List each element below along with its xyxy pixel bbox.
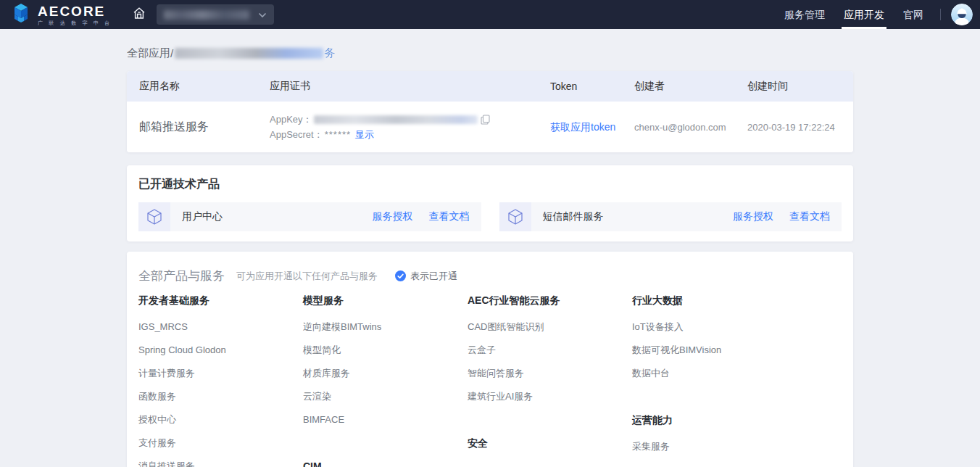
product-category-header: 模型服务 bbox=[303, 289, 468, 312]
appkey-label: AppKey： bbox=[270, 112, 312, 127]
product-item[interactable]: 云渲染 bbox=[303, 385, 468, 408]
appkey-redacted-value bbox=[314, 115, 478, 124]
product-item[interactable]: 逆向建模BIMTwins bbox=[303, 315, 468, 339]
cube-icon bbox=[147, 209, 162, 225]
enabled-product-row-0: 用户中心服务授权查看文档 bbox=[138, 202, 481, 231]
view-docs-link[interactable]: 查看文档 bbox=[429, 210, 470, 223]
brand-logo[interactable]: AECORE 广 联 达 数 字 中 台 bbox=[10, 2, 112, 27]
product-column-0: 开发者基础服务IGS_MRCSSpring Cloud Glodon计量计费服务… bbox=[138, 289, 303, 467]
enabled-product-name: 用户中心 bbox=[182, 210, 223, 223]
workspace-dropdown[interactable] bbox=[157, 4, 274, 25]
product-item[interactable]: 智能问答服务 bbox=[468, 362, 632, 385]
table-header-0: 应用名称 bbox=[139, 80, 270, 93]
all-products-subtitle: 可为应用开通以下任何产品与服务 bbox=[236, 270, 378, 283]
product-section: 运营能力采集服务 bbox=[632, 408, 842, 458]
user-avatar[interactable] bbox=[951, 4, 973, 25]
table-header-1: 应用证书 bbox=[270, 80, 550, 93]
product-item[interactable]: 函数服务 bbox=[138, 385, 303, 408]
product-section: 模型服务逆向建模BIMTwins模型简化材质库服务云渲染BIMFACE bbox=[303, 289, 468, 431]
product-item[interactable]: IoT设备接入 bbox=[632, 315, 842, 339]
app-table-row: 邮箱推送服务 AppKey： AppSecret： ****** 显示 bbox=[127, 102, 853, 152]
product-item[interactable]: 消息推送服务 bbox=[138, 455, 303, 467]
cube-cluster-logo-icon bbox=[10, 2, 32, 27]
get-token-link[interactable]: 获取应用token bbox=[550, 121, 615, 133]
app-cert-cell: AppKey： AppSecret： ****** 显示 bbox=[270, 112, 550, 142]
breadcrumb-separator: / bbox=[170, 47, 173, 59]
product-item[interactable]: 模型简化 bbox=[303, 339, 468, 362]
workspace-redacted-value bbox=[164, 10, 249, 20]
appsecret-label: AppSecret： bbox=[270, 127, 323, 142]
service-auth-link[interactable]: 服务授权 bbox=[733, 210, 773, 223]
engineer-avatar-icon bbox=[951, 4, 973, 25]
nav-item-0[interactable]: 服务管理 bbox=[775, 0, 834, 29]
service-auth-link[interactable]: 服务授权 bbox=[373, 210, 413, 223]
product-section: CIM bbox=[303, 455, 468, 467]
table-header-3: 创建者 bbox=[634, 80, 747, 93]
product-category-header: 开发者基础服务 bbox=[138, 289, 303, 312]
nav-menu: 服务管理应用开发官网 bbox=[775, 0, 933, 29]
breadcrumb-root-link[interactable]: 全部应用 bbox=[127, 46, 170, 60]
product-item[interactable]: 采集服务 bbox=[632, 435, 842, 458]
product-icon-cell bbox=[499, 202, 531, 231]
app-table-card: 应用名称应用证书Token创建者创建时间 邮箱推送服务 AppKey： AppS… bbox=[127, 71, 853, 152]
legend-label: 表示已开通 bbox=[410, 270, 457, 283]
enabled-products-title: 已开通技术产品 bbox=[138, 177, 842, 192]
product-item[interactable]: 授权中心 bbox=[138, 408, 303, 431]
logo-subtitle: 广 联 达 数 字 中 台 bbox=[38, 20, 112, 25]
product-columns: 开发者基础服务IGS_MRCSSpring Cloud Glodon计量计费服务… bbox=[138, 289, 842, 467]
app-name: 邮箱推送服务 bbox=[139, 120, 270, 135]
all-products-title: 全部产品与服务 bbox=[138, 268, 225, 284]
view-docs-link[interactable]: 查看文档 bbox=[789, 210, 830, 223]
product-section: AEC行业智能云服务CAD图纸智能识别云盒子智能问答服务建筑行业AI服务 bbox=[468, 289, 632, 408]
product-section: 安全 bbox=[468, 431, 632, 455]
copy-appkey-button[interactable] bbox=[481, 115, 490, 125]
product-category-header: 安全 bbox=[468, 431, 632, 455]
top-navbar: AECORE 广 联 达 数 字 中 台 服务管理应用开发官网 bbox=[0, 0, 980, 29]
product-column-2: AEC行业智能云服务CAD图纸智能识别云盒子智能问答服务建筑行业AI服务安全 bbox=[468, 289, 632, 467]
product-column-3: 行业大数据IoT设备接入数据可视化BIMVision数据中台运营能力采集服务 bbox=[632, 289, 842, 467]
logo-title: AECORE bbox=[38, 4, 112, 18]
product-item[interactable]: 支付服务 bbox=[138, 431, 303, 455]
table-header-4: 创建时间 bbox=[747, 80, 853, 93]
enabled-products-card: 已开通技术产品 用户中心服务授权查看文档短信邮件服务服务授权查看文档 bbox=[127, 165, 853, 241]
nav-item-1[interactable]: 应用开发 bbox=[834, 0, 894, 29]
product-category-header: CIM bbox=[303, 455, 468, 467]
enabled-product-row-1: 短信邮件服务服务授权查看文档 bbox=[499, 202, 842, 231]
product-item[interactable]: 建筑行业AI服务 bbox=[468, 385, 632, 408]
chevron-down-icon bbox=[258, 8, 267, 21]
copy-icon bbox=[481, 115, 490, 125]
nav-item-2[interactable]: 官网 bbox=[894, 0, 933, 29]
product-category-header: 行业大数据 bbox=[632, 289, 842, 312]
created-time-cell: 2020-03-19 17:22:24 bbox=[747, 122, 853, 133]
product-item[interactable]: IGS_MRCS bbox=[138, 315, 303, 339]
home-icon bbox=[132, 6, 146, 23]
product-item[interactable]: 数据中台 bbox=[632, 362, 842, 385]
appsecret-mask: ****** bbox=[325, 127, 351, 142]
product-section: 行业大数据IoT设备接入数据可视化BIMVision数据中台 bbox=[632, 289, 842, 385]
nav-divider bbox=[940, 9, 941, 20]
product-column-1: 模型服务逆向建模BIMTwins模型简化材质库服务云渲染BIMFACECIM bbox=[303, 289, 468, 467]
product-item[interactable]: 数据可视化BIMVision bbox=[632, 339, 842, 362]
breadcrumb-redacted-app-name bbox=[175, 48, 323, 59]
product-item[interactable]: BIMFACE bbox=[303, 408, 468, 431]
enabled-product-links: 服务授权查看文档 bbox=[373, 210, 481, 223]
all-products-card: 全部产品与服务 可为应用开通以下任何产品与服务 表示已开通 开发者基础服务IGS… bbox=[127, 252, 853, 467]
product-item[interactable]: 材质库服务 bbox=[303, 362, 468, 385]
product-item[interactable]: Spring Cloud Glodon bbox=[138, 339, 303, 362]
all-products-header: 全部产品与服务 可为应用开通以下任何产品与服务 表示已开通 bbox=[138, 268, 842, 284]
product-item[interactable]: CAD图纸智能识别 bbox=[468, 315, 632, 339]
product-item[interactable]: 计量计费服务 bbox=[138, 362, 303, 385]
check-circle-icon bbox=[395, 270, 406, 281]
creator-cell: chenx-u@glodon.com bbox=[634, 122, 747, 133]
app-table-header-row: 应用名称应用证书Token创建者创建时间 bbox=[127, 71, 853, 102]
enabled-legend: 表示已开通 bbox=[395, 270, 457, 283]
enabled-products-rows: 用户中心服务授权查看文档短信邮件服务服务授权查看文档 bbox=[138, 202, 842, 231]
home-button[interactable] bbox=[132, 6, 146, 23]
table-header-2: Token bbox=[550, 80, 634, 92]
product-category-header: AEC行业智能云服务 bbox=[468, 289, 632, 312]
product-item[interactable]: 云盒子 bbox=[468, 339, 632, 362]
enabled-product-name: 短信邮件服务 bbox=[543, 210, 604, 223]
show-secret-link[interactable]: 显示 bbox=[355, 127, 374, 142]
product-icon-cell bbox=[138, 202, 170, 231]
enabled-product-links: 服务授权查看文档 bbox=[733, 210, 842, 223]
